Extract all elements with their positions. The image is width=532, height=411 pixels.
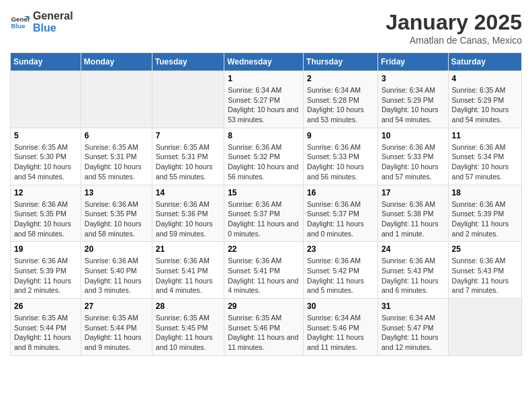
day-info: Sunrise: 6:36 AMSunset: 5:39 PMDaylight:… [452,199,518,239]
calendar-cell: 25Sunrise: 6:36 AMSunset: 5:43 PMDayligh… [448,242,521,299]
day-info: Sunrise: 6:34 AMSunset: 5:29 PMDaylight:… [382,85,445,125]
calendar-cell: 31Sunrise: 6:34 AMSunset: 5:47 PMDayligh… [378,299,448,356]
weekday-header-cell: Friday [378,53,448,71]
calendar-week-row: 5Sunrise: 6:35 AMSunset: 5:30 PMDaylight… [11,128,522,185]
calendar-cell [11,71,81,128]
weekday-header-cell: Sunday [11,53,81,71]
calendar-cell: 4Sunrise: 6:35 AMSunset: 5:29 PMDaylight… [448,71,521,128]
day-number: 13 [85,188,148,197]
day-info: Sunrise: 6:36 AMSunset: 5:36 PMDaylight:… [156,199,220,239]
day-number: 7 [156,131,220,140]
calendar-cell: 10Sunrise: 6:36 AMSunset: 5:33 PMDayligh… [378,128,448,185]
day-info: Sunrise: 6:36 AMSunset: 5:33 PMDaylight:… [307,142,374,182]
day-info: Sunrise: 6:36 AMSunset: 5:34 PMDaylight:… [452,142,518,182]
weekday-header-cell: Monday [81,53,152,71]
location: Amatlan de Canas, Mexico [386,35,522,46]
svg-text:Blue: Blue [11,22,26,30]
calendar-week-row: 19Sunrise: 6:36 AMSunset: 5:39 PMDayligh… [11,242,522,299]
weekday-header-cell: Wednesday [224,53,304,71]
day-number: 11 [452,131,518,140]
day-number: 18 [452,188,518,197]
day-info: Sunrise: 6:35 AMSunset: 5:46 PMDaylight:… [228,313,300,353]
calendar-week-row: 26Sunrise: 6:35 AMSunset: 5:44 PMDayligh… [11,299,522,356]
day-number: 29 [228,302,300,311]
day-number: 8 [228,131,300,140]
day-number: 22 [228,244,300,254]
day-info: Sunrise: 6:35 AMSunset: 5:31 PMDaylight:… [85,142,148,182]
day-number: 25 [452,244,518,254]
day-info: Sunrise: 6:35 AMSunset: 5:44 PMDaylight:… [85,313,148,353]
calendar-cell: 24Sunrise: 6:36 AMSunset: 5:43 PMDayligh… [378,242,448,299]
calendar-cell: 9Sunrise: 6:36 AMSunset: 5:33 PMDaylight… [304,128,378,185]
day-number: 5 [14,131,77,140]
day-info: Sunrise: 6:35 AMSunset: 5:30 PMDaylight:… [14,142,77,182]
day-info: Sunrise: 6:36 AMSunset: 5:35 PMDaylight:… [14,199,77,239]
day-number: 28 [156,302,220,311]
weekday-header-cell: Saturday [448,53,521,71]
calendar-cell: 16Sunrise: 6:36 AMSunset: 5:37 PMDayligh… [304,185,378,242]
calendar-cell: 14Sunrise: 6:36 AMSunset: 5:36 PMDayligh… [152,185,224,242]
calendar-table: SundayMondayTuesdayWednesdayThursdayFrid… [10,52,522,356]
day-info: Sunrise: 6:36 AMSunset: 5:42 PMDaylight:… [307,256,374,295]
day-number: 3 [382,74,445,83]
day-number: 30 [307,302,374,311]
calendar-cell: 6Sunrise: 6:35 AMSunset: 5:31 PMDaylight… [81,128,152,185]
day-number: 17 [382,188,445,197]
weekday-header-cell: Tuesday [152,53,224,71]
day-number: 1 [228,74,300,83]
day-info: Sunrise: 6:36 AMSunset: 5:39 PMDaylight:… [14,256,77,295]
day-number: 23 [307,244,374,254]
day-info: Sunrise: 6:35 AMSunset: 5:29 PMDaylight:… [452,85,518,125]
day-number: 4 [452,74,518,83]
day-info: Sunrise: 6:34 AMSunset: 5:46 PMDaylight:… [307,313,374,353]
calendar-cell: 5Sunrise: 6:35 AMSunset: 5:30 PMDaylight… [11,128,81,185]
day-info: Sunrise: 6:36 AMSunset: 5:33 PMDaylight:… [382,142,445,182]
calendar-cell: 23Sunrise: 6:36 AMSunset: 5:42 PMDayligh… [304,242,378,299]
calendar-cell: 11Sunrise: 6:36 AMSunset: 5:34 PMDayligh… [448,128,521,185]
day-info: Sunrise: 6:36 AMSunset: 5:40 PMDaylight:… [85,256,148,295]
title-block: January 2025 Amatlan de Canas, Mexico [386,10,522,46]
calendar-cell: 19Sunrise: 6:36 AMSunset: 5:39 PMDayligh… [11,242,81,299]
day-number: 14 [156,188,220,197]
day-number: 12 [14,188,77,197]
calendar-cell: 30Sunrise: 6:34 AMSunset: 5:46 PMDayligh… [304,299,378,356]
calendar-cell: 15Sunrise: 6:36 AMSunset: 5:37 PMDayligh… [224,185,304,242]
day-number: 15 [228,188,300,197]
calendar-cell [152,71,224,128]
calendar-cell: 1Sunrise: 6:34 AMSunset: 5:27 PMDaylight… [224,71,304,128]
calendar-cell: 28Sunrise: 6:35 AMSunset: 5:45 PMDayligh… [152,299,224,356]
calendar-cell [448,299,521,356]
day-info: Sunrise: 6:36 AMSunset: 5:43 PMDaylight:… [452,256,518,295]
calendar-cell: 27Sunrise: 6:35 AMSunset: 5:44 PMDayligh… [81,299,152,356]
day-number: 26 [14,302,77,311]
logo: General Blue General Blue [10,10,73,34]
calendar-cell: 29Sunrise: 6:35 AMSunset: 5:46 PMDayligh… [224,299,304,356]
calendar-cell: 2Sunrise: 6:34 AMSunset: 5:28 PMDaylight… [304,71,378,128]
day-info: Sunrise: 6:35 AMSunset: 5:31 PMDaylight:… [156,142,220,182]
day-info: Sunrise: 6:34 AMSunset: 5:28 PMDaylight:… [307,85,374,125]
day-info: Sunrise: 6:36 AMSunset: 5:41 PMDaylight:… [228,256,300,295]
day-number: 2 [307,74,374,83]
day-info: Sunrise: 6:36 AMSunset: 5:32 PMDaylight:… [228,142,300,182]
logo-blue: Blue [33,22,73,34]
day-info: Sunrise: 6:35 AMSunset: 5:44 PMDaylight:… [14,313,77,353]
day-number: 20 [85,244,148,254]
day-info: Sunrise: 6:34 AMSunset: 5:27 PMDaylight:… [228,85,300,125]
calendar-cell: 7Sunrise: 6:35 AMSunset: 5:31 PMDaylight… [152,128,224,185]
calendar-cell: 8Sunrise: 6:36 AMSunset: 5:32 PMDaylight… [224,128,304,185]
day-info: Sunrise: 6:35 AMSunset: 5:45 PMDaylight:… [156,313,220,353]
calendar-cell: 18Sunrise: 6:36 AMSunset: 5:39 PMDayligh… [448,185,521,242]
day-number: 19 [14,244,77,254]
logo-general: General [33,10,73,22]
day-number: 31 [382,302,445,311]
calendar-cell: 3Sunrise: 6:34 AMSunset: 5:29 PMDaylight… [378,71,448,128]
day-number: 6 [85,131,148,140]
day-number: 24 [382,244,445,254]
day-number: 16 [307,188,374,197]
day-number: 9 [307,131,374,140]
day-number: 27 [85,302,148,311]
day-info: Sunrise: 6:36 AMSunset: 5:37 PMDaylight:… [307,199,374,239]
calendar-cell: 20Sunrise: 6:36 AMSunset: 5:40 PMDayligh… [81,242,152,299]
day-info: Sunrise: 6:36 AMSunset: 5:35 PMDaylight:… [85,199,148,239]
month-title: January 2025 [386,10,522,35]
